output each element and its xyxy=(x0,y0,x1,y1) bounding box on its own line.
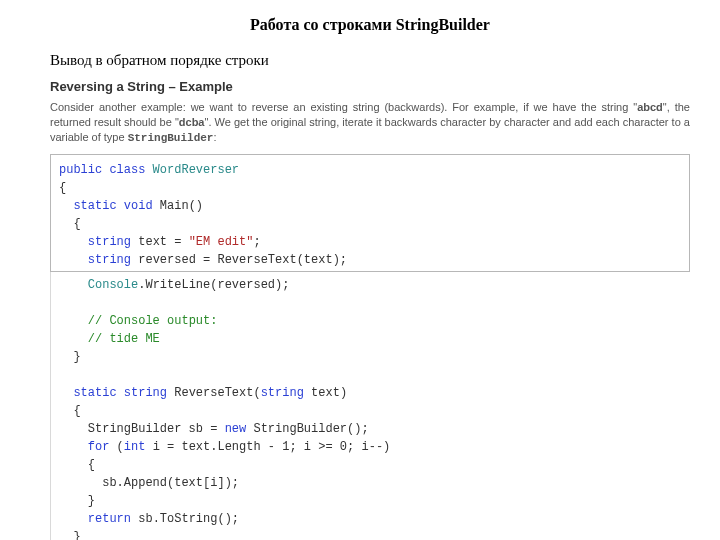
code-text: StringBuilder(); xyxy=(246,422,368,436)
subtitle: Вывод в обратном порядке строки xyxy=(50,52,690,69)
code-kw: for xyxy=(88,440,110,454)
code-block-bottom: Console.WriteLine(reversed); // Console … xyxy=(50,272,690,540)
code-brace: { xyxy=(59,458,95,472)
code-text: text = xyxy=(131,235,189,249)
code-type: Console xyxy=(88,278,138,292)
code-brace: } xyxy=(59,494,95,508)
code-text: sb.Append(text[i]); xyxy=(59,476,239,490)
code-brace: { xyxy=(59,181,66,195)
code-kw: string xyxy=(261,386,304,400)
code-text: Main() xyxy=(153,199,203,213)
body-text-post2: : xyxy=(213,131,216,143)
body-paragraph: Consider another example: we want to rev… xyxy=(50,100,690,146)
code-comment: // Console output: xyxy=(88,314,218,328)
body-mono-stringbuilder: StringBuilder xyxy=(128,132,214,144)
code-brace: } xyxy=(59,350,81,364)
code-type: WordReverser xyxy=(145,163,239,177)
body-bold-dcba: dcba xyxy=(179,116,205,128)
code-brace: { xyxy=(59,404,81,418)
code-text: reversed = ReverseText(text); xyxy=(131,253,347,267)
code-kw: static string xyxy=(73,386,167,400)
section-heading: Reversing a String – Example xyxy=(50,79,690,94)
code-kw: new xyxy=(225,422,247,436)
code-brace: } xyxy=(59,530,81,540)
body-text-pre: Consider another example: we want to rev… xyxy=(50,101,637,113)
page-title: Работа со строками StringBuilder xyxy=(50,16,690,34)
code-kw: int xyxy=(124,440,146,454)
code-kw: public class xyxy=(59,163,145,177)
code-kw: string xyxy=(88,235,131,249)
body-bold-abcd: abcd xyxy=(637,101,663,113)
code-text: sb.ToString(); xyxy=(131,512,239,526)
document-page: Работа со строками StringBuilder Вывод в… xyxy=(0,0,720,540)
code-kw: string xyxy=(88,253,131,267)
code-kw: static void xyxy=(73,199,152,213)
code-comment: // tide ME xyxy=(88,332,160,346)
code-text: ( xyxy=(109,440,123,454)
code-text: i = text.Length - 1; i >= 0; i--) xyxy=(145,440,390,454)
code-kw: return xyxy=(88,512,131,526)
code-text: ReverseText( xyxy=(167,386,261,400)
code-text: StringBuilder sb = xyxy=(59,422,225,436)
code-brace: { xyxy=(59,217,81,231)
code-string: "EM edit" xyxy=(189,235,254,249)
code-text: text) xyxy=(304,386,347,400)
code-block-top: public class WordReverser { static void … xyxy=(50,154,690,272)
code-text: ; xyxy=(253,235,260,249)
code-text: .WriteLine(reversed); xyxy=(138,278,289,292)
